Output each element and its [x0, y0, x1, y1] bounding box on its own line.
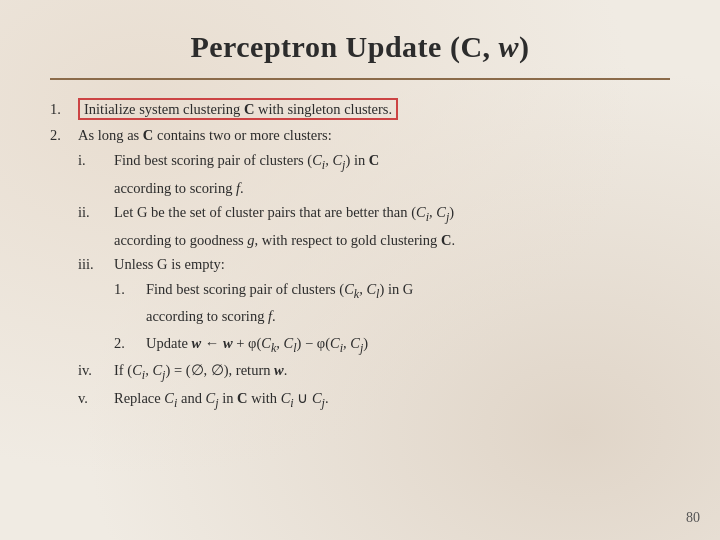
substep-iii-2-content: Update w ← w + φ(Ck, Cl) − φ(Ci, Cj): [146, 332, 670, 358]
substep-iii: iii. Unless G is empty:: [78, 253, 670, 275]
substep-v-wrapper: v. Replace Ci and Cj in C with Ci ∪ Cj.: [50, 387, 670, 413]
substep-iii-1: 1. Find best scoring pair of clusters (C…: [114, 278, 670, 304]
substep-iii-1-label: 1.: [114, 278, 146, 300]
step-1-highlight: Initialize system clustering C with sing…: [78, 98, 398, 120]
substep-iii-2-label: 2.: [114, 332, 146, 354]
step-2-num: 2.: [50, 124, 78, 146]
step-2: 2. As long as C contains two or more clu…: [50, 124, 670, 146]
substep-iii-2: 2. Update w ← w + φ(Ck, Cl) − φ(Ci, Cj): [114, 332, 670, 358]
step-1-content: Initialize system clustering C with sing…: [78, 98, 670, 120]
substep-iii-1-wrapper: 1. Find best scoring pair of clusters (C…: [78, 278, 670, 328]
substep-iii-wrapper: iii. Unless G is empty: 1. Find best sco…: [50, 253, 670, 357]
substep-iv-wrapper: iv. If (Ci, Cj) = (∅, ∅), return w.: [50, 359, 670, 385]
substep-ii-cont: according to goodness g, with respect to…: [78, 229, 670, 251]
substep-iv: iv. If (Ci, Cj) = (∅, ∅), return w.: [78, 359, 670, 385]
step-1-num: 1.: [50, 98, 78, 120]
slide-container: Perceptron Update (C, w) 1. Initialize s…: [0, 0, 720, 540]
substep-iii-1-content: Find best scoring pair of clusters (Ck, …: [146, 278, 670, 304]
substep-v-label: v.: [78, 387, 114, 409]
title-divider: [50, 78, 670, 80]
slide-title: Perceptron Update (C, w): [50, 30, 670, 64]
substep-iv-label: iv.: [78, 359, 114, 381]
substep-v: v. Replace Ci and Cj in C with Ci ∪ Cj.: [78, 387, 670, 413]
substep-i: i. Find best scoring pair of clusters (C…: [78, 149, 670, 175]
substep-iv-content: If (Ci, Cj) = (∅, ∅), return w.: [114, 359, 670, 385]
page-number: 80: [686, 510, 700, 526]
step-1: 1. Initialize system clustering C with s…: [50, 98, 670, 120]
substep-ii-label: ii.: [78, 201, 114, 223]
substep-i-wrapper: i. Find best scoring pair of clusters (C…: [50, 149, 670, 199]
substep-v-content: Replace Ci and Cj in C with Ci ∪ Cj.: [114, 387, 670, 413]
substep-ii: ii. Let G be the set of cluster pairs th…: [78, 201, 670, 227]
substep-i-content: Find best scoring pair of clusters (Ci, …: [114, 149, 670, 175]
substep-iii-2-wrapper: 2. Update w ← w + φ(Ck, Cl) − φ(Ci, Cj): [78, 332, 670, 358]
step-2-content: As long as C contains two or more cluste…: [78, 124, 670, 146]
substep-i-cont: according to scoring f.: [78, 177, 670, 199]
substep-ii-content: Let G be the set of cluster pairs that a…: [114, 201, 670, 227]
slide-content: 1. Initialize system clustering C with s…: [50, 98, 670, 412]
substep-iii-content: Unless G is empty:: [114, 253, 670, 275]
substep-iii-label: iii.: [78, 253, 114, 275]
substep-iii-1-cont: according to scoring f.: [114, 305, 670, 327]
substep-i-label: i.: [78, 149, 114, 171]
substep-ii-wrapper: ii. Let G be the set of cluster pairs th…: [50, 201, 670, 251]
